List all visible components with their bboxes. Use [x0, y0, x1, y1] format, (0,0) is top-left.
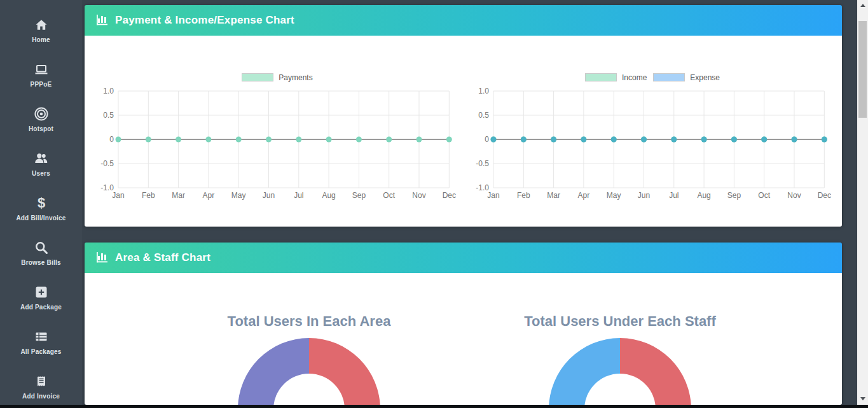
- sidebar-item-label: Add Invoice: [22, 393, 60, 400]
- svg-text:Aug: Aug: [697, 191, 710, 200]
- income-expense-chart-block: IncomeExpense 1.00.50-0.5-1.0JanFebMarAp…: [471, 36, 834, 227]
- window-bottom-edge: [0, 405, 868, 408]
- home-icon: [34, 17, 49, 32]
- area-donut-chart: [238, 338, 380, 405]
- sidebar: HomePPPoEHotspotUsers$Add Bill/InvoiceBr…: [0, 0, 82, 408]
- svg-text:0: 0: [485, 135, 489, 144]
- table-icon: [34, 329, 49, 344]
- svg-text:May: May: [231, 191, 246, 200]
- receipt-icon: [34, 374, 49, 389]
- sidebar-item-users[interactable]: Users: [0, 141, 82, 186]
- legend-item-payments[interactable]: Payments: [242, 73, 312, 82]
- payments-line-chart: 1.00.50-0.5-1.0JanFebMarAprMayJunJulAugS…: [95, 82, 459, 206]
- svg-text:Jul: Jul: [669, 191, 679, 200]
- sidebar-item-label: Add Package: [20, 304, 62, 311]
- sidebar-item-label: Browse Bills: [21, 259, 60, 266]
- svg-text:Jan: Jan: [112, 191, 124, 200]
- svg-text:0.5: 0.5: [103, 111, 114, 120]
- legend-swatch: [585, 73, 617, 81]
- svg-text:0: 0: [109, 135, 114, 144]
- main-content: Payment & Income/Expense Chart Payments …: [82, 0, 857, 408]
- svg-text:1.0: 1.0: [103, 87, 114, 95]
- legend-item-income[interactable]: Income: [585, 73, 647, 82]
- svg-text:Oct: Oct: [383, 191, 395, 200]
- staff-donut-chart: [549, 338, 691, 405]
- sidebar-item-label: Users: [32, 170, 50, 177]
- scroll-up-button[interactable]: [857, 0, 868, 11]
- payments-chart-block: Payments 1.00.50-0.5-1.0JanFebMarAprMayJ…: [95, 36, 459, 227]
- svg-text:$: $: [37, 195, 45, 211]
- donut-charts-body: Total Users In Each Area Total Users Und…: [85, 273, 842, 405]
- panel-title: Payment & Income/Expense Chart: [115, 14, 294, 27]
- svg-text:Aug: Aug: [322, 191, 335, 200]
- payments-chart-legend: Payments: [95, 73, 459, 82]
- sidebar-item-add-invoice[interactable]: Add Invoice: [0, 364, 82, 408]
- sidebar-item-hotspot[interactable]: Hotspot: [0, 97, 82, 141]
- svg-text:Apr: Apr: [203, 191, 215, 200]
- legend-item-expense[interactable]: Expense: [653, 73, 720, 82]
- plus-square-icon: [34, 285, 49, 300]
- svg-text:Feb: Feb: [517, 191, 530, 200]
- svg-text:Jan: Jan: [487, 191, 499, 200]
- svg-text:Feb: Feb: [142, 191, 155, 200]
- legend-label: Payments: [279, 73, 312, 82]
- area-donut-title: Total Users In Each Area: [228, 313, 391, 330]
- svg-text:-0.5: -0.5: [100, 159, 114, 168]
- svg-text:-0.5: -0.5: [476, 159, 489, 168]
- line-charts-body: Payments 1.00.50-0.5-1.0JanFebMarAprMayJ…: [85, 36, 842, 227]
- svg-text:Mar: Mar: [172, 191, 185, 200]
- staff-donut-title: Total Users Under Each Staff: [524, 313, 716, 330]
- bar-chart-icon: [96, 13, 109, 28]
- sidebar-item-browse-bills[interactable]: Browse Bills: [0, 230, 82, 275]
- legend-label: Income: [622, 73, 647, 82]
- sidebar-item-label: PPPoE: [31, 81, 52, 88]
- svg-text:Sep: Sep: [352, 191, 366, 200]
- panel-header: Payment & Income/Expense Chart: [85, 5, 842, 36]
- income-expense-chart-legend: IncomeExpense: [471, 73, 834, 82]
- income-expense-line-chart: 1.00.50-0.5-1.0JanFebMarAprMayJunJulAugS…: [471, 82, 834, 206]
- scrollbar-track[interactable]: [857, 0, 868, 408]
- legend-swatch: [653, 73, 685, 81]
- svg-text:Oct: Oct: [758, 191, 770, 200]
- svg-text:Apr: Apr: [578, 191, 590, 200]
- sidebar-item-home[interactable]: Home: [0, 8, 82, 52]
- search-icon: [34, 240, 49, 255]
- svg-text:Mar: Mar: [547, 191, 560, 200]
- legend-label: Expense: [690, 73, 720, 82]
- sidebar-item-label: Add Bill/Invoice: [16, 215, 65, 222]
- svg-text:Nov: Nov: [412, 191, 425, 200]
- payment-income-expense-panel: Payment & Income/Expense Chart Payments …: [85, 5, 842, 227]
- svg-text:Nov: Nov: [787, 191, 801, 200]
- sidebar-item-pppoe[interactable]: PPPoE: [0, 52, 82, 97]
- sidebar-item-label: All Packages: [20, 348, 61, 355]
- svg-text:Jul: Jul: [294, 191, 303, 200]
- svg-text:Dec: Dec: [818, 191, 831, 200]
- bar-chart-icon: [96, 250, 109, 265]
- svg-text:Jun: Jun: [638, 191, 650, 200]
- svg-text:Sep: Sep: [727, 191, 741, 200]
- panel-title: Area & Staff Chart: [115, 251, 210, 264]
- svg-text:1.0: 1.0: [478, 87, 489, 95]
- scrollbar-thumb[interactable]: [858, 21, 867, 118]
- svg-text:0.5: 0.5: [478, 111, 489, 120]
- sidebar-item-add-package[interactable]: Add Package: [0, 275, 82, 320]
- svg-text:Jun: Jun: [263, 191, 275, 200]
- sidebar-item-add-bill[interactable]: $Add Bill/Invoice: [0, 186, 82, 230]
- hotspot-icon: [34, 106, 49, 122]
- sidebar-item-label: Home: [32, 36, 50, 43]
- panel-header: Area & Staff Chart: [85, 243, 842, 273]
- scroll-down-button[interactable]: [857, 393, 868, 404]
- svg-text:May: May: [607, 191, 621, 200]
- sidebar-item-label: Hotspot: [29, 125, 53, 132]
- area-staff-panel: Area & Staff Chart Total Users In Each A…: [85, 243, 842, 405]
- dollar-icon: $: [34, 195, 49, 211]
- legend-swatch: [242, 73, 273, 81]
- svg-text:Dec: Dec: [443, 191, 456, 200]
- sidebar-item-all-packages[interactable]: All Packages: [0, 320, 82, 364]
- users-icon: [34, 151, 49, 166]
- laptop-icon: [34, 62, 49, 77]
